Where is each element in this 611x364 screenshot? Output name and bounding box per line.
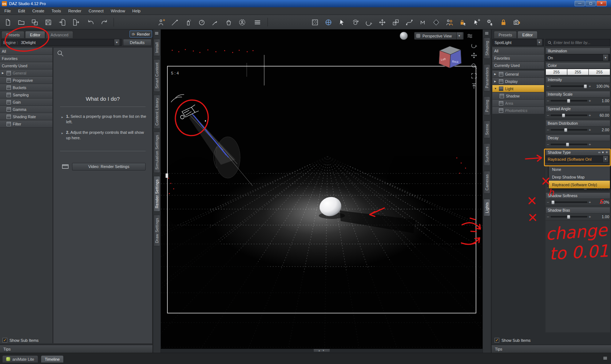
list-item-favorites[interactable]: Favorites [0, 55, 52, 62]
slider-knob[interactable] [567, 99, 570, 103]
list-item-general[interactable]: ▶General [492, 71, 544, 78]
dock-tab-surfaces[interactable]: Surfaces [484, 143, 490, 166]
tab-advanced[interactable]: Advanced [46, 31, 73, 38]
dock-tab-install[interactable]: Install [154, 39, 160, 56]
menu-help[interactable]: Help [132, 9, 141, 13]
chevron-down-icon[interactable] [456, 32, 462, 39]
increment-icon[interactable] [588, 128, 591, 132]
option-none[interactable]: None [549, 165, 610, 173]
dock-tab-lights[interactable]: Lights [484, 199, 490, 216]
beam-distribution-slider[interactable]: 2.00 [545, 127, 610, 133]
slider-knob[interactable] [584, 84, 587, 88]
orbit-tool-icon[interactable] [350, 17, 360, 27]
scale-tool-icon[interactable] [391, 17, 400, 27]
dock-tab-smart-content[interactable]: Smart Content [154, 59, 160, 92]
frame-camera-icon[interactable] [469, 71, 478, 80]
list-item-display[interactable]: ▶Display [492, 78, 544, 85]
close-button[interactable]: ✕ [596, 1, 607, 6]
decrement-icon[interactable] [547, 113, 549, 117]
menu-create[interactable]: Create [32, 9, 44, 13]
list-item-shading-rate[interactable]: Shading Rate [0, 113, 52, 120]
show-sub-items-checkbox[interactable] [495, 338, 499, 343]
diamond-tool-icon[interactable] [431, 17, 441, 27]
color-widget[interactable]: 255 255 255 [545, 69, 610, 75]
slider-knob[interactable] [551, 200, 555, 204]
sphere-gizmo-icon[interactable] [324, 17, 333, 27]
shaded-sphere-icon[interactable] [400, 32, 408, 40]
bucket-tool-icon[interactable] [224, 17, 233, 27]
collapse-arrow-icon[interactable]: ▼ [494, 87, 497, 90]
decrement-icon[interactable] [547, 128, 549, 132]
brush-tool-icon[interactable] [210, 17, 220, 27]
illumination-dropdown[interactable]: On [545, 54, 610, 61]
slider-knob[interactable] [566, 143, 569, 147]
create-figure-icon[interactable] [156, 17, 166, 27]
increment-icon[interactable] [588, 99, 591, 103]
lock-pointer-icon[interactable] [458, 17, 468, 27]
menu-edit[interactable]: Edit [18, 9, 25, 13]
tips-bar[interactable]: Tips [492, 345, 611, 353]
tips-bar[interactable]: Tips [0, 345, 152, 353]
decrement-icon[interactable] [547, 200, 549, 204]
panel-menu-icon[interactable] [154, 31, 160, 36]
figure-pair-icon[interactable] [445, 17, 454, 27]
dock-tab-shaping[interactable]: Shaping [484, 37, 490, 59]
view-cube[interactable] [439, 46, 461, 68]
list-item-filter[interactable]: Filter [0, 120, 52, 128]
color-red-value[interactable]: 255 [546, 69, 567, 75]
draw-style-icon[interactable] [467, 33, 474, 39]
dock-tab-posing[interactable]: Posing [484, 96, 490, 115]
tab-timeline[interactable]: Timeline [41, 355, 64, 363]
minimize-button[interactable]: — [575, 1, 585, 6]
spray-tool-icon[interactable] [183, 17, 193, 27]
tab-editor[interactable]: Editor [25, 31, 45, 38]
decrement-icon[interactable] [547, 215, 549, 219]
translate-tool-icon[interactable] [377, 17, 387, 27]
decay-slider[interactable] [545, 141, 610, 148]
panel-menu-icon[interactable] [484, 31, 490, 36]
chevron-down-icon[interactable] [114, 39, 119, 45]
list-item-progressive[interactable]: Progressive [0, 77, 52, 84]
new-file-icon[interactable] [3, 17, 12, 27]
video-render-settings-button[interactable]: Video: Render Settings [72, 163, 146, 171]
measure-tool-icon[interactable] [418, 17, 427, 27]
dock-tab-draw-settings[interactable]: Draw Settings [154, 215, 160, 246]
expand-arrow-icon[interactable]: ▶ [494, 73, 497, 76]
list-item-currently-used[interactable]: Currently Used [492, 62, 544, 69]
view-selector-dropdown[interactable]: Perspective View [414, 32, 464, 40]
render-button[interactable]: Render [130, 31, 152, 37]
list-item-favorites[interactable]: Favorites [492, 55, 544, 62]
export-icon[interactable] [71, 17, 80, 27]
pointer-add-icon[interactable] [472, 17, 481, 27]
defaults-button[interactable]: Defaults [123, 39, 151, 46]
chevron-down-icon[interactable] [603, 156, 608, 162]
increment-icon[interactable] [588, 143, 591, 147]
option-deep-shadow-map[interactable]: Deep Shadow Map [549, 173, 610, 181]
orbit-camera-icon[interactable] [469, 40, 478, 49]
decrement-icon[interactable] [547, 99, 549, 103]
lock-icon[interactable] [499, 17, 508, 27]
shadow-softness-slider[interactable]: 0.0% [545, 199, 610, 206]
list-item-all[interactable]: All [0, 48, 52, 55]
filter-input[interactable] [554, 40, 608, 45]
option-raytraced[interactable]: Raytraced (Software Only) [549, 181, 610, 188]
engine-dropdown[interactable]: Engine : 3Delight [1, 39, 122, 46]
panel-menu-icon[interactable] [602, 356, 608, 361]
node-pointer-icon[interactable] [337, 17, 346, 27]
slider-knob[interactable] [564, 128, 567, 132]
slider-knob[interactable] [567, 215, 570, 219]
tab-presets[interactable]: Presets [494, 31, 517, 38]
frame-handle[interactable] [166, 173, 168, 178]
dock-tab-simulation-settings[interactable]: Simulation Settings [154, 132, 160, 173]
menu-file[interactable]: File [4, 9, 11, 13]
dither-pattern-icon[interactable] [310, 17, 320, 27]
increment-icon[interactable] [588, 200, 591, 204]
orbit-figure-icon[interactable] [237, 17, 247, 27]
dock-tab-render-settings[interactable]: Render Settings [154, 176, 160, 212]
spread-angle-slider[interactable]: 60.00 [545, 112, 610, 119]
tab-animate-lite[interactable]: aniMate Lite [2, 355, 38, 363]
render-camera-icon[interactable] [512, 17, 521, 27]
list-item-all[interactable]: All [492, 47, 544, 55]
chevron-down-icon[interactable] [603, 55, 608, 61]
list-item-sampling[interactable]: Sampling [0, 91, 52, 99]
